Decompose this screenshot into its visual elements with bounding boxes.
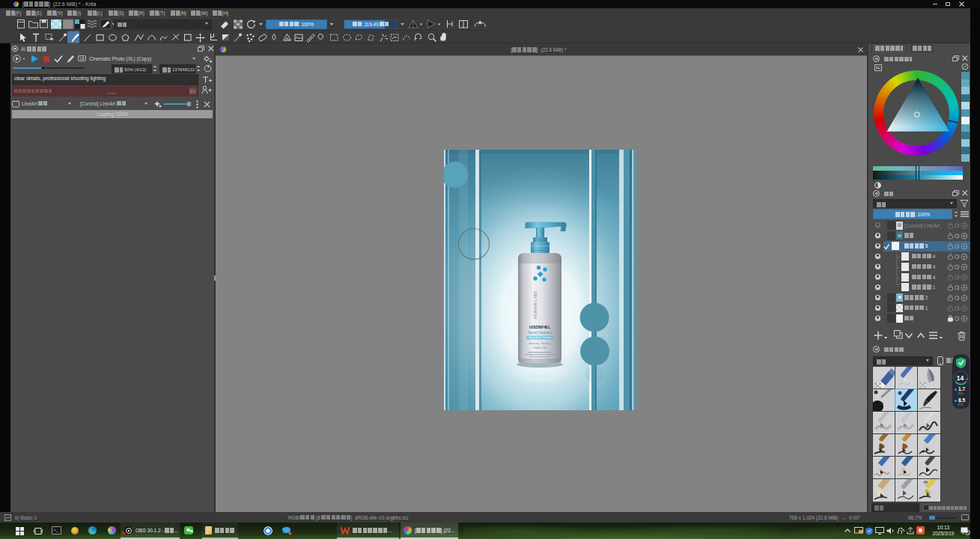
svg-text:%: % (966, 377, 969, 381)
svg-text:Amino-Acid Cleanser: Amino-Acid Cleanser (529, 336, 552, 339)
svg-text:Facial Cleanser: Facial Cleanser (528, 331, 552, 335)
svg-text:14: 14 (957, 374, 964, 382)
svg-text:Hydrating · Soothing: Hydrating · Soothing (529, 342, 550, 345)
svg-text:HSIRAIR LABS: HSIRAIR LABS (534, 290, 538, 319)
svg-text:FHRBL CHH: FHRBL CHH (533, 347, 547, 350)
svg-text:UDIZRIF4EL: UDIZRIF4EL (529, 326, 550, 329)
